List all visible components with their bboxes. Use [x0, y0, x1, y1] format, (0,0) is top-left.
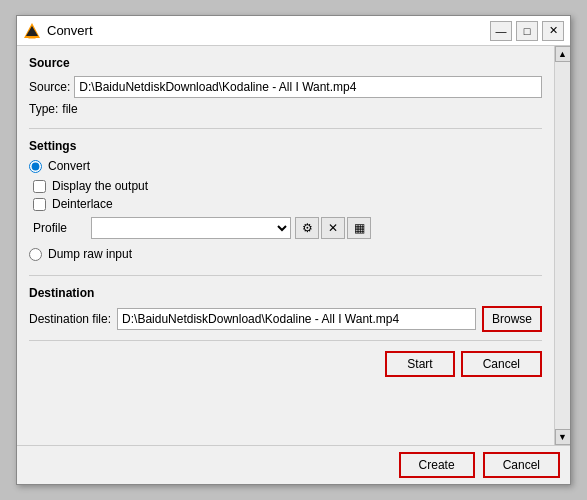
scroll-up-button[interactable]: ▲ — [555, 46, 571, 62]
dest-input[interactable] — [117, 308, 476, 330]
dump-label: Dump raw input — [48, 247, 132, 261]
profile-row: Profile ⚙ ✕ ▦ — [33, 217, 542, 239]
convert-dialog: Convert — □ ✕ Source Source: Type: file — [16, 15, 571, 485]
deinterlace-label: Deinterlace — [52, 197, 113, 211]
type-label: Type: — [29, 102, 58, 116]
profile-edit-button[interactable]: ▦ — [347, 217, 371, 239]
profile-actions: ⚙ ✕ ▦ — [295, 217, 371, 239]
vlc-icon — [23, 22, 41, 40]
source-section: Source Source: Type: file — [29, 56, 542, 129]
maximize-button[interactable]: □ — [516, 21, 538, 41]
source-label: Source: — [29, 80, 70, 94]
profile-settings-button[interactable]: ⚙ — [295, 217, 319, 239]
type-value: file — [62, 102, 77, 116]
type-row: Type: file — [29, 102, 542, 116]
dest-row: Destination file: Browse — [29, 306, 542, 332]
convert-radio-label: Convert — [48, 159, 90, 173]
scroll-track — [555, 62, 570, 429]
profile-select[interactable] — [91, 217, 291, 239]
destination-section-label: Destination — [29, 286, 542, 300]
main-area: Source Source: Type: file Settings — [17, 46, 570, 445]
source-row: Source: — [29, 76, 542, 98]
scrollbar: ▲ ▼ — [554, 46, 570, 445]
deinterlace-checkbox[interactable] — [33, 198, 46, 211]
dest-file-label: Destination file: — [29, 312, 111, 326]
display-output-row[interactable]: Display the output — [33, 179, 542, 193]
close-button[interactable]: ✕ — [542, 21, 564, 41]
action-row: Start Cancel — [29, 351, 542, 377]
bottom-bar: Create Cancel — [17, 445, 570, 484]
settings-section-label: Settings — [29, 139, 542, 153]
inner-dialog: Source Source: Type: file Settings — [17, 46, 554, 445]
title-bar: Convert — □ ✕ — [17, 16, 570, 46]
start-button[interactable]: Start — [385, 351, 454, 377]
display-output-label: Display the output — [52, 179, 148, 193]
minimize-button[interactable]: — — [490, 21, 512, 41]
create-button[interactable]: Create — [399, 452, 475, 478]
window-title: Convert — [47, 23, 490, 38]
window-controls: — □ ✕ — [490, 21, 564, 41]
dialog-content: Source Source: Type: file Settings — [17, 46, 554, 445]
scroll-down-button[interactable]: ▼ — [555, 429, 571, 445]
profile-delete-button[interactable]: ✕ — [321, 217, 345, 239]
source-section-label: Source — [29, 56, 542, 70]
settings-section: Settings Convert Display the output Dein… — [29, 139, 542, 276]
deinterlace-row[interactable]: Deinterlace — [33, 197, 542, 211]
cancel-button[interactable]: Cancel — [461, 351, 542, 377]
dump-radio-row[interactable]: Dump raw input — [29, 247, 542, 261]
bottom-cancel-button[interactable]: Cancel — [483, 452, 560, 478]
convert-radio-row[interactable]: Convert — [29, 159, 542, 173]
svg-rect-2 — [28, 36, 36, 39]
browse-button[interactable]: Browse — [482, 306, 542, 332]
dump-radio[interactable] — [29, 248, 42, 261]
source-input[interactable] — [74, 76, 542, 98]
convert-radio[interactable] — [29, 160, 42, 173]
display-output-checkbox[interactable] — [33, 180, 46, 193]
profile-label: Profile — [33, 221, 83, 235]
destination-section: Destination Destination file: Browse — [29, 286, 542, 341]
